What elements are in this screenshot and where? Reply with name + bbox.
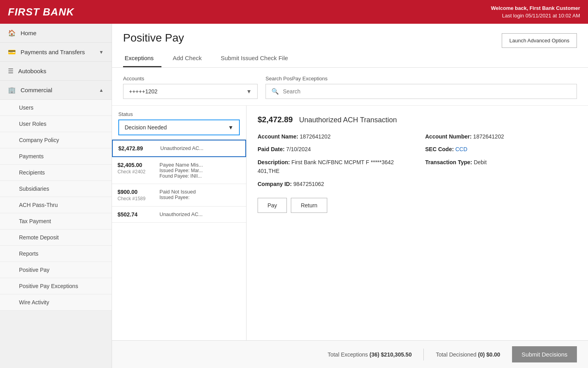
- exception-sub: Issued Payee:: [159, 195, 196, 200]
- tab-add-check[interactable]: Add Check: [171, 51, 209, 67]
- welcome-line1: Welcome back, First Bank Customer: [491, 4, 580, 12]
- account-name-value: 1872641202: [300, 133, 331, 140]
- commercial-icon: 🏢: [8, 86, 16, 94]
- footer-divider: [423, 349, 424, 360]
- account-name-label: Account Name:: [258, 133, 298, 140]
- sidebar-item-wire-activity[interactable]: Wire Activity: [0, 294, 112, 311]
- home-icon: 🏠: [8, 29, 16, 37]
- sidebar-item-commercial[interactable]: 🏢 Commercial ▲: [0, 81, 112, 100]
- sidebar-item-label: Payments and Transfers: [21, 49, 85, 55]
- detail-company-id: Company ID: 9847251062: [258, 180, 410, 188]
- total-exceptions-count: (36): [370, 351, 379, 358]
- company-id-value: 9847251062: [293, 181, 324, 187]
- total-exceptions-amount: $210,305.50: [381, 351, 412, 358]
- sidebar-item-tax-payment[interactable]: Tax Payment: [0, 213, 112, 230]
- sidebar-item-autobooks[interactable]: ☰ Autobooks: [0, 62, 112, 81]
- sec-code-value: CCD: [455, 146, 467, 152]
- sidebar-item-subsidiaries[interactable]: Subsidiaries: [0, 181, 112, 197]
- status-section: Status Decision Needed ▼: [112, 106, 246, 140]
- detail-account-number: Account Number: 1872641202: [425, 132, 577, 141]
- exception-list[interactable]: $2,472.89 Unauthorized AC... $2,405.00: [112, 140, 246, 340]
- detail-amount: $2,472.89: [258, 115, 293, 124]
- status-select[interactable]: Decision Needed ▼: [118, 120, 240, 135]
- exception-sub: Found Payee: INII...: [159, 173, 203, 179]
- exception-type: Unauthorized AC...: [160, 145, 203, 151]
- transaction-type-label: Transaction Type:: [425, 159, 472, 165]
- sidebar: 🏠 Home 💳 Payments and Transfers ▼ ☰ Auto…: [0, 24, 112, 368]
- sidebar-item-payments-sub[interactable]: Payments: [0, 148, 112, 165]
- paid-date-label: Paid Date:: [258, 146, 285, 152]
- main-content: Positive Pay Exceptions Add Check Submit…: [112, 24, 588, 368]
- status-value: Decision Needed: [125, 124, 167, 131]
- detail-account-name: Account Name: 1872641202: [258, 132, 410, 141]
- exception-check: Check #2402: [118, 169, 153, 175]
- exception-amount: $2,405.00: [118, 162, 153, 168]
- sidebar-item-users[interactable]: Users: [0, 100, 112, 116]
- search-input[interactable]: [283, 88, 571, 95]
- sidebar-item-payments[interactable]: 💳 Payments and Transfers ▼: [0, 43, 112, 62]
- layout: 🏠 Home 💳 Payments and Transfers ▼ ☰ Auto…: [0, 24, 588, 368]
- total-decisioned-count: (0): [478, 351, 485, 358]
- detail-sec-code: SEC Code: CCD: [425, 145, 577, 154]
- exception-row: $502.74 Unauthorized AC...: [118, 211, 241, 218]
- return-button[interactable]: Return: [291, 198, 327, 213]
- detail-transaction-type: Transaction Type: Debit: [425, 158, 577, 176]
- total-decisioned-amount: $0.00: [486, 351, 500, 358]
- description-label: Description:: [258, 159, 290, 165]
- autobooks-icon: ☰: [8, 67, 13, 75]
- chevron-down-icon: ▼: [228, 124, 233, 131]
- total-decisioned-stat: Total Decisioned (0) $0.00: [436, 351, 500, 358]
- sidebar-item-home[interactable]: 🏠 Home: [0, 24, 112, 43]
- sidebar-item-positive-pay-exceptions[interactable]: Positive Pay Exceptions: [0, 278, 112, 294]
- split-panel: Status Decision Needed ▼ $2,472.89: [112, 106, 588, 340]
- action-buttons: Pay Return: [258, 198, 577, 213]
- launch-advanced-options-button[interactable]: Launch Advanced Options: [502, 33, 577, 48]
- header: FIRST BANK Welcome back, First Bank Cust…: [0, 0, 588, 24]
- exception-row: $2,472.89 Unauthorized AC...: [118, 145, 240, 152]
- sidebar-item-recipients[interactable]: Recipients: [0, 165, 112, 181]
- account-number-value: 1872641202: [473, 133, 504, 140]
- sidebar-item-user-roles[interactable]: User Roles: [0, 116, 112, 132]
- accounts-filter-group: Accounts +++++1202 ▼: [123, 76, 258, 99]
- exception-type: Paid Not Issued: [159, 189, 196, 195]
- accounts-value: +++++1202: [129, 88, 157, 95]
- sec-code-label: SEC Code:: [425, 146, 454, 152]
- accounts-select[interactable]: +++++1202 ▼: [123, 84, 258, 99]
- page-title: Positive Pay: [123, 32, 305, 44]
- exception-item[interactable]: $2,472.89 Unauthorized AC...: [112, 140, 246, 157]
- pay-button[interactable]: Pay: [258, 198, 287, 213]
- search-filter-group: Search PosPay Exceptions 🔍: [266, 76, 577, 99]
- sidebar-item-positive-pay[interactable]: Positive Pay: [0, 262, 112, 278]
- chevron-up-icon: ▲: [99, 87, 104, 93]
- payments-icon: 💳: [8, 48, 16, 56]
- sidebar-item-company-policy[interactable]: Company Policy: [0, 132, 112, 148]
- search-icon: 🔍: [271, 88, 279, 95]
- detail-header: $2,472.89 Unauthorized ACH Transaction: [258, 115, 577, 124]
- sidebar-item-remote-deposit[interactable]: Remote Deposit: [0, 230, 112, 246]
- submit-decisions-button[interactable]: Submit Decisions: [512, 346, 577, 362]
- sidebar-item-reports[interactable]: Reports: [0, 246, 112, 262]
- exception-item[interactable]: $900.00 Check #1589 Paid Not Issued Issu…: [112, 184, 246, 207]
- exception-item[interactable]: $2,405.00 Check #2402 Payee Name Mis... …: [112, 157, 246, 184]
- page-header: Positive Pay Exceptions Add Check Submit…: [112, 24, 588, 68]
- footer: Total Exceptions (36) $210,305.50 Total …: [112, 340, 588, 368]
- exception-type: Unauthorized AC...: [159, 211, 203, 217]
- exception-amount: $900.00: [118, 189, 153, 195]
- detail-grid: Account Name: 1872641202 Account Number:…: [258, 132, 577, 188]
- tab-exceptions[interactable]: Exceptions: [123, 51, 161, 67]
- welcome-message: Welcome back, First Bank Customer Last l…: [491, 4, 580, 20]
- status-label: Status: [118, 111, 240, 117]
- exception-sub: Issued Payee: Mar...: [159, 168, 203, 173]
- sidebar-item-label: Home: [21, 30, 36, 36]
- sidebar-item-label: Autobooks: [18, 68, 46, 74]
- search-container: 🔍: [266, 84, 577, 99]
- tab-submit-issued[interactable]: Submit Issued Check File: [219, 51, 296, 67]
- logo: FIRST BANK: [8, 6, 74, 18]
- welcome-line2: Last login 05/11/2021 at 10:02 AM: [491, 12, 580, 20]
- exception-item[interactable]: $502.74 Unauthorized AC...: [112, 207, 246, 223]
- exception-row: $2,405.00 Check #2402 Payee Name Mis... …: [118, 162, 241, 179]
- paid-date-value: 7/10/2024: [286, 146, 311, 152]
- exception-row: $900.00 Check #1589 Paid Not Issued Issu…: [118, 189, 241, 201]
- sidebar-item-ach-pass-thru[interactable]: ACH Pass-Thru: [0, 197, 112, 213]
- detail-description: Description: First Bank NC/FBNC MCPMT F …: [258, 158, 410, 176]
